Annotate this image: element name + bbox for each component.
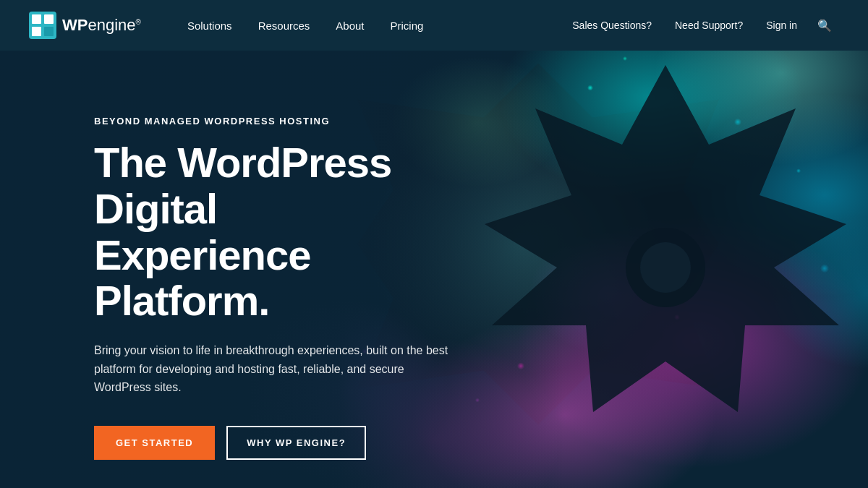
hero-eyebrow: BEYOND MANAGED WORDPRESS HOSTING (94, 116, 448, 127)
hero-title: The WordPress Digital Experience Platfor… (94, 140, 448, 324)
nav-pricing[interactable]: Pricing (380, 14, 434, 38)
svg-rect-6 (32, 27, 41, 36)
star-shape (448, 51, 868, 484)
logo-icon (29, 12, 56, 39)
nav-about[interactable]: About (326, 14, 374, 38)
nav-resources[interactable]: Resources (248, 14, 320, 38)
nav-solutions[interactable]: Solutions (177, 14, 242, 38)
search-icon: 🔍 (817, 19, 832, 33)
search-button[interactable]: 🔍 (810, 13, 839, 38)
logo-link[interactable]: WPengine® (29, 12, 141, 39)
main-navigation: Solutions Resources About Pricing (177, 14, 562, 38)
site-header: WPengine® Solutions Resources About Pric… (0, 0, 868, 51)
hero-description: Bring your vision to life in breakthroug… (94, 341, 448, 397)
need-support-link[interactable]: Need Support? (665, 14, 753, 37)
logo-text: WPengine® (62, 16, 141, 35)
hero-content: BEYOND MANAGED WORDPRESS HOSTING The Wor… (0, 51, 448, 460)
sales-questions-link[interactable]: Sales Questions? (562, 14, 662, 37)
hero-section: WPengine® Solutions Resources About Pric… (0, 0, 868, 488)
svg-point-2 (640, 242, 691, 293)
svg-rect-4 (32, 14, 41, 24)
svg-rect-5 (44, 14, 54, 24)
header-right-nav: Sales Questions? Need Support? Sign in 🔍 (562, 13, 839, 38)
hero-buttons: GET STARTED WHY WP ENGINE? (94, 426, 448, 460)
svg-rect-7 (44, 27, 54, 36)
why-wp-engine-button[interactable]: WHY WP ENGINE? (226, 426, 366, 460)
get-started-button[interactable]: GET STARTED (94, 426, 215, 460)
signin-link[interactable]: Sign in (756, 14, 807, 37)
